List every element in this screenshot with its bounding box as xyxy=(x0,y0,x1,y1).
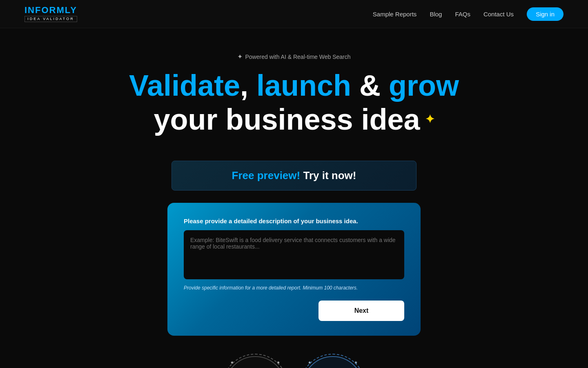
idea-form-card: Please provide a detailed description of… xyxy=(167,203,421,336)
gold-sparkle-icon: ✦ xyxy=(425,112,434,126)
nav-links: Sample Reports Blog FAQs Contact Us Sign… xyxy=(373,7,564,21)
conf-star-tr: ★ xyxy=(354,360,358,365)
hero-sep1: , xyxy=(240,69,256,102)
badges-section: ★ ★ ★ ★ ★ SATISFACTION 100% GUARANTEE ❦ … xyxy=(0,352,588,368)
try-now-text: Try it now! xyxy=(303,169,356,182)
hero-validate: Validate xyxy=(129,69,240,102)
satisfaction-badge-outer: ★ ★ ★ ★ ★ SATISFACTION 100% GUARANTEE ❦ … xyxy=(225,356,286,368)
logo-text: INFORMLY xyxy=(24,6,77,15)
hero-title-line2: your business idea ✦ xyxy=(8,103,580,136)
logo-inform: INFORM xyxy=(24,5,65,15)
hero-sep2: & xyxy=(351,69,389,102)
nav-faqs[interactable]: FAQs xyxy=(455,11,470,18)
powered-badge: ✦ Powered with AI & Real-time Web Search xyxy=(237,53,350,61)
logo-subtitle: IDEA VALIDATOR xyxy=(24,16,77,22)
hero-grow: grow xyxy=(389,69,459,102)
navbar: INFORMLY IDEA VALIDATOR Sample Reports B… xyxy=(0,0,588,28)
next-button[interactable]: Next xyxy=(318,301,404,321)
form-footer: Next xyxy=(184,301,404,321)
form-hint: Provide specific information for a more … xyxy=(184,285,404,291)
preview-banner: Free preview! Try it now! xyxy=(172,161,416,191)
hero-title-line1: Validate, launch & grow xyxy=(8,69,580,103)
logo-ly: LY xyxy=(65,5,77,15)
nav-contact-us[interactable]: Contact Us xyxy=(483,11,514,18)
form-label: Please provide a detailed description of… xyxy=(184,218,404,224)
nav-sample-reports[interactable]: Sample Reports xyxy=(373,11,417,18)
logo[interactable]: INFORMLY IDEA VALIDATOR xyxy=(24,6,77,22)
conf-star-tl: ★ xyxy=(308,360,312,365)
confidentiality-badge-outer: ★ ★ ★ ★ ★ 🛡 100% CONFIDENTIALITY GUARANT… xyxy=(302,356,363,368)
signin-button[interactable]: Sign in xyxy=(527,7,564,21)
powered-text: Powered with AI & Real-time Web Search xyxy=(245,54,350,60)
satisfaction-badge: ★ ★ ★ ★ ★ SATISFACTION 100% GUARANTEE ❦ … xyxy=(225,356,286,368)
hero-launch: launch xyxy=(256,69,351,102)
hero-subtitle-text: your business idea xyxy=(154,103,420,136)
free-preview-label: Free preview! xyxy=(232,169,301,182)
sparkle-icon: ✦ xyxy=(237,53,243,61)
star-tr: ★ xyxy=(276,360,280,365)
hero-section: ✦ Powered with AI & Real-time Web Search… xyxy=(0,28,588,148)
nav-blog[interactable]: Blog xyxy=(430,11,442,18)
star-tl: ★ xyxy=(230,360,234,365)
confidentiality-badge: ★ ★ ★ ★ ★ 🛡 100% CONFIDENTIALITY GUARANT… xyxy=(302,356,363,368)
idea-textarea[interactable] xyxy=(184,230,404,279)
badges-row: ★ ★ ★ ★ ★ SATISFACTION 100% GUARANTEE ❦ … xyxy=(8,356,580,368)
